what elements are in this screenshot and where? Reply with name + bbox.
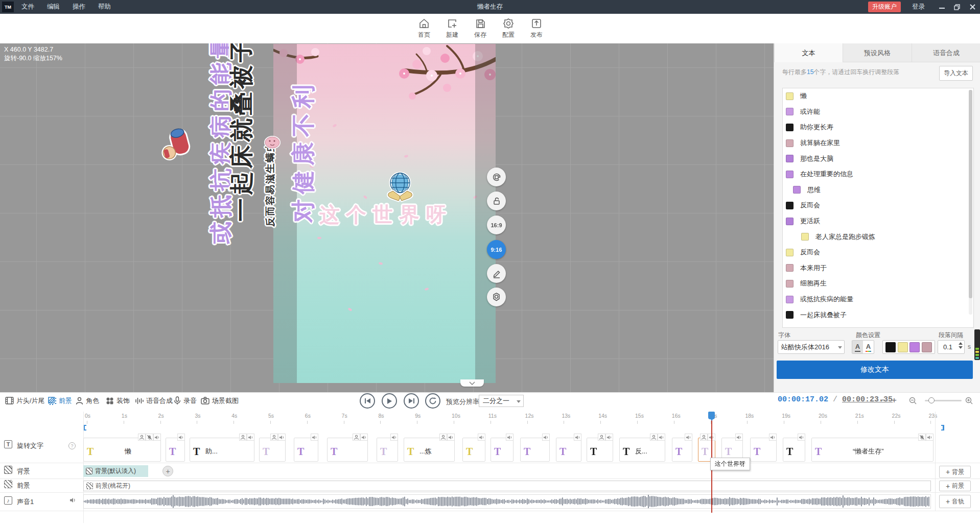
solid-color-button[interactable]: A: [852, 341, 863, 353]
timeline-zoom-minus-button[interactable]: −: [880, 397, 885, 404]
timeline-zoom-slider-handle[interactable]: [928, 397, 935, 403]
text-line-item[interactable]: 懒: [783, 88, 973, 104]
save-button[interactable]: 保存: [466, 17, 494, 39]
menu-help[interactable]: 帮助: [92, 0, 117, 14]
text-line-item[interactable]: 老人家总是跑步锻炼: [783, 229, 973, 245]
clip-speaker-button[interactable]: [605, 434, 613, 441]
timeline-clip[interactable]: T...炼: [404, 438, 455, 462]
timeline-clip[interactable]: T: [259, 438, 286, 462]
tab-text[interactable]: 文本: [774, 43, 843, 62]
timeline-clip[interactable]: T: [783, 438, 805, 462]
login-button[interactable]: 登录: [912, 3, 925, 11]
restore-button[interactable]: [949, 0, 965, 14]
decor-button[interactable]: 装饰: [106, 393, 130, 409]
foreground-button[interactable]: 前景: [48, 393, 72, 409]
clip-person-button[interactable]: [439, 434, 447, 441]
playhead-handle[interactable]: [708, 412, 715, 419]
menu-action[interactable]: 操作: [66, 0, 91, 14]
font-color-swatch[interactable]: [898, 342, 908, 352]
preview-resolution-select[interactable]: 二分之一: [479, 395, 524, 407]
timeline-clip[interactable]: T: [750, 438, 777, 462]
timeline-clip[interactable]: T助...: [190, 438, 254, 462]
skip-start-button[interactable]: [360, 393, 375, 409]
clip-person-button[interactable]: [239, 434, 247, 441]
background-clip[interactable]: 背景(默认淡入): [83, 465, 148, 477]
stepper-arrows[interactable]: [959, 342, 963, 349]
tab-preset-style[interactable]: 预设风格: [843, 43, 912, 62]
font-color-swatch[interactable]: [909, 342, 920, 352]
timeline-clip[interactable]: T: [587, 438, 613, 462]
edit-button[interactable]: [487, 264, 506, 283]
scene-settings-button[interactable]: [487, 288, 506, 306]
clip-speaker-button[interactable]: [735, 434, 743, 441]
intro-outro-button[interactable]: 片头/片尾: [5, 393, 45, 409]
sticker-text-2[interactable]: 一起床就叠被子: [226, 43, 258, 222]
text-line-item[interactable]: 反而会: [783, 245, 973, 260]
clip-person-button[interactable]: [650, 434, 658, 441]
clip-speaker-button[interactable]: [506, 434, 514, 441]
timeline-clip[interactable]: T“懒者生存”: [811, 438, 934, 462]
clip-speaker-button[interactable]: [390, 434, 398, 441]
text-line-item[interactable]: 在处理重要的信息: [783, 166, 973, 182]
text-line-item[interactable]: 就算躺在家里: [783, 135, 973, 151]
timeline-clip[interactable]: T: [520, 438, 550, 462]
font-color-swatch[interactable]: [922, 342, 932, 352]
replay-button[interactable]: [425, 393, 440, 409]
clip-person-button[interactable]: [700, 434, 708, 441]
add-audio-track-button[interactable]: +音轨: [939, 495, 971, 508]
screenshot-button[interactable]: 场景截图: [201, 393, 239, 409]
clip-speaker-button[interactable]: [311, 434, 318, 441]
clip-speaker-button[interactable]: [658, 434, 665, 441]
clip-speaker-button[interactable]: [177, 434, 185, 441]
publish-button[interactable]: 发布: [523, 17, 550, 39]
clip-speaker-button[interactable]: [685, 434, 692, 441]
globe-hands-sticker[interactable]: [382, 170, 418, 206]
zoom-in-icon[interactable]: [965, 397, 973, 404]
menu-file[interactable]: 文件: [15, 0, 40, 14]
list-scrollbar[interactable]: [969, 90, 972, 315]
timeline-clip[interactable]: T: [377, 438, 398, 462]
speaker-icon[interactable]: [69, 497, 76, 504]
text-line-item[interactable]: 或抵抗疾病的能量: [783, 292, 973, 307]
rotate-preview-button[interactable]: [487, 168, 506, 186]
timeline-clip[interactable]: T: [166, 438, 185, 462]
ratio-16-9-button[interactable]: 16:9: [487, 216, 506, 234]
zoom-out-icon[interactable]: [909, 397, 917, 404]
timeline-clip[interactable]: T: [294, 438, 318, 462]
arm-sticker[interactable]: [156, 125, 196, 165]
clip-speaker-button[interactable]: [247, 434, 254, 441]
clip-belloff-button[interactable]: [146, 434, 153, 441]
ratio-9-16-button[interactable]: 9:16: [487, 240, 506, 259]
text-line-item[interactable]: 或许能: [783, 104, 973, 120]
gradient-color-button[interactable]: A: [863, 341, 874, 353]
clip-speaker-button[interactable]: [153, 434, 161, 441]
editor-canvas[interactable]: 或抵抗疾病的能量 一起床就叠被子 反而容易滋生螨虫 对健康不利 这个世界呀: [0, 43, 774, 392]
text-line-item[interactable]: 助你更长寿: [783, 119, 973, 135]
text-line-item[interactable]: 那也是大脑: [783, 151, 973, 166]
text-line-item[interactable]: 一起床就叠被子: [783, 307, 973, 323]
clip-speaker-button[interactable]: [574, 434, 581, 441]
apply-text-button[interactable]: 修改文本: [777, 361, 973, 379]
clip-belloff-button[interactable]: [918, 434, 926, 441]
clip-speaker-button[interactable]: [798, 434, 805, 441]
clip-speaker-button[interactable]: [278, 434, 286, 441]
clip-speaker-button[interactable]: [926, 434, 934, 441]
timeline-clip[interactable]: T: [327, 438, 368, 462]
foreground-clip[interactable]: 前景(桃花开): [83, 481, 931, 491]
tts-button[interactable]: 语音合成: [135, 393, 173, 409]
upgrade-account-button[interactable]: 升级账户: [868, 2, 901, 12]
text-line-item[interactable]: 细胞再生: [783, 276, 973, 292]
timeline-clip[interactable]: T: [672, 438, 692, 462]
total-time[interactable]: 00:00:23.35: [842, 395, 893, 404]
timeline-clip[interactable]: T懒: [83, 438, 161, 462]
new-button[interactable]: 新建: [438, 17, 466, 39]
record-button[interactable]: 录音: [174, 393, 197, 409]
home-button[interactable]: 首页: [410, 17, 438, 39]
clip-speaker-button[interactable]: [542, 434, 550, 441]
help-icon[interactable]: ?: [68, 442, 76, 449]
add-background-clip-button[interactable]: +: [162, 466, 173, 476]
timeline-clip[interactable]: T反...: [619, 438, 665, 462]
clip-speaker-button[interactable]: [447, 434, 455, 441]
timeline-clip[interactable]: T: [462, 438, 485, 462]
clip-speaker-button[interactable]: [360, 434, 368, 441]
